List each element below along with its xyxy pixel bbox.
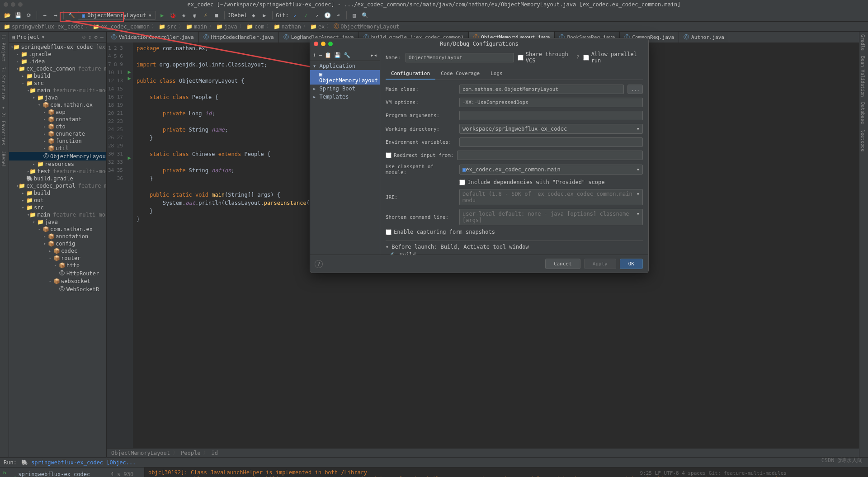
config-input[interactable] <box>459 98 643 107</box>
tree-item[interactable]: ▸📦aop <box>9 109 106 116</box>
copy-icon[interactable]: 📋 <box>325 52 331 58</box>
save-icon[interactable]: 💾 <box>334 52 341 58</box>
stop-icon[interactable]: ■ <box>212 11 221 20</box>
tree-item[interactable]: ⒸObjectMemoryLayou <box>9 152 106 161</box>
structure-tool-tab[interactable]: 7: Structure <box>0 64 9 102</box>
favorites-tool-tab[interactable]: ★ 2: Favorites <box>0 102 9 148</box>
run-gutter-icon[interactable]: ▶ <box>126 75 133 81</box>
tree-item[interactable]: ▸📁testfeature-multi-mod <box>9 168 106 175</box>
tree-item[interactable]: ▾📁src <box>9 80 106 87</box>
config-dropdown[interactable]: ▣ ex_codec.ex_codec_common.main▾ <box>459 165 643 175</box>
config-tree-item[interactable]: ▸ Spring Boot <box>310 85 380 93</box>
tree-item[interactable]: ▾📦websocket <box>9 278 106 285</box>
jrebel-icon[interactable]: ◆ <box>249 11 258 20</box>
tree-item[interactable]: ▸📁build <box>9 72 106 80</box>
tree-item[interactable]: ▾📦router <box>9 255 106 262</box>
breadcrumb-item[interactable]: 📁src <box>159 24 177 30</box>
config-input[interactable] <box>457 151 643 160</box>
tree-item[interactable]: ▸📦util <box>9 145 106 152</box>
include-deps-checkbox[interactable]: Include dependencies with "Provided" sco… <box>459 179 604 185</box>
dialog-tab[interactable]: Code Coverage <box>435 68 485 80</box>
breadcrumb-item[interactable]: 📁springwebflux-ex_codec <box>4 24 84 30</box>
project-tree[interactable]: ▾📁springwebflux-ex_codec[ex_code▸📁.gradl… <box>9 43 106 457</box>
browse-button[interactable]: ... <box>627 85 643 94</box>
database-tab[interactable]: Database <box>859 99 868 127</box>
jrebel-run-icon[interactable]: ▶ <box>260 11 269 20</box>
editor-breadcrumb[interactable]: ObjectMemoryLayout 〉 People 〉 id <box>107 448 859 457</box>
tree-item[interactable]: ▾📁ex_codec_portalfeature-mu <box>9 182 106 189</box>
cancel-button[interactable]: Cancel <box>545 259 580 269</box>
tree-item[interactable]: ▸📦codec <box>9 247 106 255</box>
editor-tab[interactable]: ⒸAuthor.java <box>679 32 729 43</box>
tree-item[interactable]: ▸📦dto <box>9 123 106 130</box>
tree-item[interactable]: ▸📦http <box>9 262 106 269</box>
parallel-run-checkbox[interactable]: Allow parallel run <box>583 51 643 64</box>
attach-icon[interactable]: ⚡ <box>201 11 210 20</box>
leetcode-tab[interactable]: leetcode <box>859 127 868 154</box>
breadcrumb-item[interactable]: ⒸObjectMemoryLayout <box>334 23 399 30</box>
dialog-tab[interactable]: Logs <box>485 68 508 80</box>
editor-tab[interactable]: ⒸHttpCodecHandler.java <box>199 32 279 43</box>
rerun-icon[interactable]: ↻ <box>3 469 6 476</box>
config-tree[interactable]: ▾ Application▣ ObjectMemoryLayout▸ Sprin… <box>310 61 380 255</box>
tree-item[interactable]: ▾📁mainfeature-multi-mod <box>9 87 106 94</box>
breadcrumb-item[interactable]: 📁com <box>246 24 264 30</box>
shorten-dropdown[interactable]: user-local default: none - java [options… <box>459 209 643 225</box>
tree-item[interactable]: ▸📁out <box>9 197 106 204</box>
tree-item[interactable]: ▾📁java <box>9 218 106 226</box>
breadcrumb-item[interactable]: 📁java <box>216 24 237 30</box>
compile-icon[interactable]: 🔨 <box>67 11 76 20</box>
refresh-icon[interactable]: ⟳ <box>24 11 33 20</box>
build-task[interactable]: 🔨 Build <box>386 250 643 255</box>
breadcrumb-item[interactable]: 📁ex <box>310 24 325 30</box>
target-icon[interactable]: ⊙ <box>82 34 85 40</box>
bean-validation-tab[interactable]: Bean Validation <box>859 53 868 99</box>
jre-dropdown[interactable]: Default (1.8 - SDK of 'ex_codec.ex_codec… <box>459 189 643 205</box>
project-tool-tab[interactable]: 1: Project <box>0 32 9 64</box>
share-vcs-checkbox[interactable]: Share through VCS ? <box>518 51 580 64</box>
coverage-icon[interactable]: ◈ <box>179 11 189 20</box>
run-icon[interactable]: ▶ <box>158 11 167 20</box>
tree-item[interactable]: ▸📦enumerate <box>9 130 106 137</box>
wrench-icon[interactable]: 🔧 <box>344 52 350 58</box>
mac-window-controls[interactable] <box>4 2 23 7</box>
breadcrumb-item[interactable]: 📁nathan <box>274 24 301 30</box>
tree-item[interactable]: ⒸWebSocketR <box>9 285 106 293</box>
git-commit-icon[interactable]: ✓ <box>302 11 311 20</box>
structure-icon[interactable]: ▤ <box>350 11 359 20</box>
breadcrumb-item[interactable]: 📁main <box>186 24 207 30</box>
git-revert-icon[interactable]: ↶ <box>334 11 343 20</box>
expand-icon[interactable]: ⇕ <box>88 34 91 40</box>
apply-button[interactable]: Apply <box>584 259 616 269</box>
save-icon[interactable]: 💾 <box>14 11 23 20</box>
remove-icon[interactable]: − <box>319 52 322 58</box>
tree-item[interactable]: ▸📁resources <box>9 161 106 168</box>
dialog-tab[interactable]: Configuration <box>386 68 435 80</box>
tree-item[interactable]: 🐘build.gradle <box>9 175 106 182</box>
back-icon[interactable]: ← <box>40 11 49 20</box>
tree-item[interactable]: ▸📦constant <box>9 116 106 123</box>
config-input[interactable] <box>459 137 643 147</box>
forward-icon[interactable]: → <box>51 11 60 20</box>
tree-item[interactable]: ▾📁springwebflux-ex_codec[ex_code <box>9 43 106 51</box>
snapshots-checkbox[interactable]: Enable capturing form snapshots <box>386 229 495 235</box>
editor-tab[interactable]: ⒸValidationController.java <box>107 32 199 43</box>
before-launch-header[interactable]: ▾ Before launch: Build, Activate tool wi… <box>386 244 643 250</box>
expand-tree-icon[interactable]: ▸◂ <box>371 52 377 58</box>
config-tree-item[interactable]: ▸ Templates <box>310 93 380 101</box>
open-icon[interactable]: 📂 <box>3 11 12 20</box>
tree-item[interactable]: ▾📁mainfeature-multi-mod <box>9 211 106 218</box>
dialog-mac-controls[interactable] <box>314 42 333 46</box>
tree-item[interactable]: ▾📦com.nathan.ex <box>9 101 106 109</box>
tree-item[interactable]: ⒸHttpRouter <box>9 269 106 278</box>
run-configuration-dropdown[interactable]: ▣ ObjectMemoryLayout ▾ <box>78 11 156 20</box>
tree-item[interactable]: ▾📁ex_codec_commonfeature-mu <box>9 65 106 72</box>
run-tasks-tree[interactable]: ✓springwebflux-ex_codec [Object4 s 930 m… <box>9 468 145 477</box>
debug-icon[interactable]: 🐞 <box>169 11 178 20</box>
help-icon[interactable]: ? <box>315 260 323 268</box>
gear-icon[interactable]: ⚙ <box>94 34 98 40</box>
config-input[interactable] <box>459 85 624 94</box>
add-icon[interactable]: + <box>313 52 316 58</box>
profile-icon[interactable]: ◉ <box>190 11 199 20</box>
config-tree-item[interactable]: ▾ Application <box>310 62 380 70</box>
